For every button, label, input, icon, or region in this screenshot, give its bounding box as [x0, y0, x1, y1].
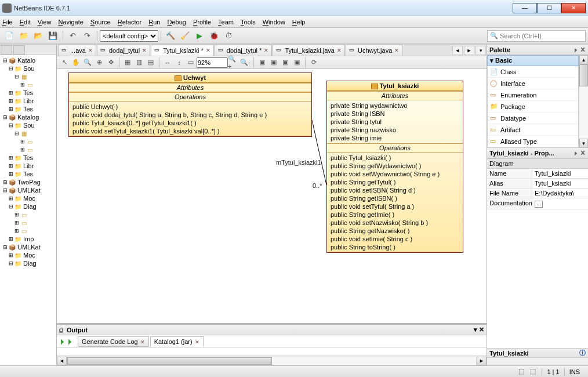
- tree-item[interactable]: ⊟📁Diag: [1, 202, 56, 211]
- tree-toggle-icon[interactable]: ⊞: [8, 106, 14, 112]
- tree-item[interactable]: ⊟📦Katalog: [1, 113, 56, 121]
- uml-class-uchwyt[interactable]: Uchwyt Attributes Operations public Uchw…: [68, 72, 312, 137]
- menu-view[interactable]: View: [38, 19, 52, 26]
- output-scrollbar[interactable]: ◄ ►: [57, 356, 487, 365]
- close-icon[interactable]: ✕: [206, 48, 210, 53]
- tree-item[interactable]: ⊟▦: [1, 72, 56, 81]
- uml-member[interactable]: public Tytul_ksiazki[0..*] getTytul_ksia…: [72, 119, 308, 127]
- menu-source[interactable]: Source: [90, 19, 111, 26]
- search-input[interactable]: [500, 32, 583, 39]
- tree-item[interactable]: ⊟📁Diag: [1, 259, 56, 267]
- projects-tab[interactable]: [1, 45, 12, 55]
- palette-controls[interactable]: ⏵ ✕: [574, 47, 586, 53]
- output-tab[interactable]: Katalog1 (jar)✕: [150, 336, 204, 347]
- property-value[interactable]: E:\Dydaktyka\: [532, 188, 588, 198]
- tree-item[interactable]: ⊞▭: [1, 137, 56, 146]
- new-file-button[interactable]: 📄: [2, 30, 16, 42]
- tree-toggle-icon[interactable]: ⊞: [13, 220, 20, 226]
- scroll-up-button[interactable]: ▲: [579, 55, 588, 64]
- property-value[interactable]: Tytul_ksiazki: [532, 179, 588, 188]
- tree-toggle-icon[interactable]: ⊞: [8, 163, 14, 169]
- uml-member[interactable]: public Tytul_ksiazki( ): [331, 154, 459, 162]
- tree-item[interactable]: ⊞📁Libr: [1, 162, 56, 170]
- run-output-icon[interactable]: ⏵⏵: [59, 337, 74, 346]
- scroll-thumb[interactable]: [67, 357, 272, 365]
- tree-item[interactable]: ⊞📦TwoPag: [1, 178, 56, 186]
- overview1-icon[interactable]: ▣: [256, 57, 268, 68]
- tree-toggle-icon[interactable]: ⊞: [19, 82, 26, 88]
- zoom-tool[interactable]: 🔍: [82, 57, 93, 68]
- menu-debug[interactable]: Debug: [167, 19, 186, 26]
- tree-item[interactable]: ⊟📁Sou: [1, 121, 56, 129]
- tree-item[interactable]: ⊞▭: [1, 81, 56, 89]
- tree-item[interactable]: ⊞▭: [1, 211, 56, 219]
- uml-class-tytul[interactable]: Tytul_ksiazki Attributes private String …: [326, 81, 463, 253]
- zoom-combo[interactable]: [197, 57, 228, 68]
- projects-tree[interactable]: ⊟📦Katalo⊟📁Sou⊟▦⊞▭⊞📁Tes⊞📁Libr⊞📁Tes⊟📦Katal…: [0, 55, 56, 365]
- tree-toggle-icon[interactable]: ⊟: [2, 114, 8, 120]
- files-tab[interactable]: [13, 45, 25, 55]
- editor-tab[interactable]: ▭dodaj_tytul✕: [97, 45, 150, 56]
- close-icon[interactable]: ✕: [337, 48, 342, 53]
- tree-item[interactable]: ⊞📁Imp: [1, 235, 56, 243]
- close-icon[interactable]: ✕: [140, 339, 145, 345]
- tree-item[interactable]: ⊞📁Tes: [1, 170, 56, 178]
- scroll-right-button[interactable]: ►: [477, 357, 487, 365]
- refresh-icon[interactable]: ⟳: [308, 57, 320, 68]
- fit-width-icon[interactable]: ↔: [162, 57, 173, 68]
- tree-item[interactable]: ⊞▭: [1, 227, 56, 235]
- layout3-icon[interactable]: ▤: [145, 57, 157, 68]
- tree-toggle-icon[interactable]: ⊟: [8, 260, 14, 266]
- select-tool[interactable]: ↖: [59, 57, 70, 68]
- property-row[interactable]: NameTytul_ksiazki: [487, 169, 588, 179]
- uml-member[interactable]: public Uchwyt( ): [72, 103, 308, 111]
- diagram-canvas[interactable]: Uchwyt Attributes Operations public Uchw…: [57, 69, 487, 324]
- profile-button[interactable]: ⏱: [222, 30, 235, 42]
- close-icon[interactable]: ✕: [88, 48, 93, 53]
- uml-member[interactable]: private String nazwisko: [331, 126, 459, 134]
- pan-tool[interactable]: ✋: [70, 57, 82, 68]
- tree-toggle-icon[interactable]: ⊞: [8, 98, 14, 104]
- tab-nav-left[interactable]: ◄: [452, 46, 463, 55]
- menu-help[interactable]: Help: [292, 19, 306, 26]
- uml-member[interactable]: public String getTytul( ): [331, 178, 459, 186]
- tree-item[interactable]: ⊞📁Moc: [1, 251, 56, 259]
- uml-member[interactable]: public String getNazwisko( ): [331, 227, 459, 235]
- navigate-icon[interactable]: ✥: [105, 57, 117, 68]
- tree-toggle-icon[interactable]: ⊟: [2, 187, 8, 193]
- close-icon[interactable]: ✕: [394, 48, 399, 53]
- property-row[interactable]: File NameE:\Dydaktyka\: [487, 188, 588, 198]
- save-all-button[interactable]: 💾: [46, 30, 60, 42]
- layout2-icon[interactable]: ▥: [133, 57, 145, 68]
- palette-category[interactable]: ▾ Basic: [487, 55, 579, 66]
- fit-height-icon[interactable]: ↕: [173, 57, 185, 68]
- tree-toggle-icon[interactable]: ⊞: [19, 139, 26, 144]
- uml-member[interactable]: private String tytul: [331, 118, 459, 126]
- config-combo[interactable]: <default config>: [100, 30, 158, 42]
- close-icon[interactable]: ✕: [142, 48, 147, 53]
- uml-member[interactable]: public void setNazwisko( String b ): [331, 219, 459, 227]
- uml-member[interactable]: public void setISBN( String d ): [331, 186, 459, 194]
- window-minimize-button[interactable]: —: [513, 3, 537, 13]
- palette-item-package[interactable]: 📁Package: [488, 101, 578, 113]
- new-project-button[interactable]: 📁: [17, 30, 31, 42]
- status-icon-2[interactable]: ⬚: [530, 368, 539, 376]
- undo-button[interactable]: ↶: [66, 30, 79, 42]
- scroll-down-button[interactable]: ▼: [579, 139, 588, 148]
- tree-toggle-icon[interactable]: ⊞: [8, 90, 14, 96]
- palette-scrollbar[interactable]: ▲ ▼: [579, 55, 588, 148]
- tree-toggle-icon[interactable]: ⊟: [8, 122, 14, 128]
- menu-run[interactable]: Run: [148, 19, 160, 26]
- tree-toggle-icon[interactable]: ⊞: [2, 179, 8, 185]
- overview3-icon[interactable]: ▣: [280, 57, 291, 68]
- tree-item[interactable]: ⊟📦UMLKat: [1, 186, 56, 194]
- property-row[interactable]: AliasTytul_ksiazki: [487, 179, 588, 188]
- tree-item[interactable]: ⊟📦Katalo: [1, 56, 56, 64]
- uml-member[interactable]: public String getISBN( ): [331, 194, 459, 202]
- uml-member[interactable]: public String getWydawnictwo( ): [331, 162, 459, 170]
- tree-toggle-icon[interactable]: ⊞: [13, 228, 20, 234]
- uml-member[interactable]: private String ISBN: [331, 110, 459, 118]
- tree-item[interactable]: ⊞▭: [1, 146, 56, 154]
- editor-tab[interactable]: ▭Tytul_ksiazki *✕: [151, 45, 214, 56]
- documentation-edit-button[interactable]: …: [535, 201, 543, 208]
